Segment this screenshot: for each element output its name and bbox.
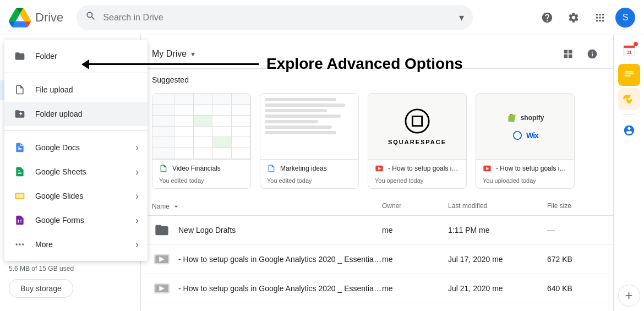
table-row[interactable]: - How to setup goals in Google Analytics… bbox=[141, 274, 613, 303]
table-row[interactable]: - How to setup goals in Google Analytics… bbox=[141, 303, 613, 311]
svg-point-33 bbox=[19, 243, 20, 245]
card-subtext: You edited today bbox=[152, 177, 250, 188]
svg-point-3 bbox=[514, 131, 521, 139]
card-thumbnail: SQUARESPACE bbox=[368, 94, 466, 160]
card-thumbnail bbox=[152, 94, 250, 160]
new-dropdown-menu: Folder File upload Folder upload Google … bbox=[4, 40, 148, 261]
card-item[interactable]: shopify Wix - How to setup goals in Goog… bbox=[476, 93, 575, 189]
image-icon bbox=[152, 308, 172, 311]
more-icon bbox=[13, 238, 26, 251]
dropdown-item-google-slides[interactable]: Google Slides › bbox=[4, 184, 148, 208]
dropdown-item-google-sheets[interactable]: Google Sheets › bbox=[4, 160, 148, 184]
logo-text: Drive bbox=[35, 10, 63, 25]
folder-upload-icon bbox=[13, 107, 26, 121]
forms-icon bbox=[13, 214, 26, 227]
card-name: - How to setup goals in Google... bbox=[496, 165, 567, 172]
annotation-arrow: Explore Advanced Options bbox=[83, 55, 463, 73]
card-thumbnail: shopify Wix bbox=[476, 94, 574, 160]
chevron-right-icon: › bbox=[135, 215, 139, 226]
card-name: - How to setup goals in Google... bbox=[388, 165, 460, 172]
file-name: New Logo Drafts bbox=[178, 226, 382, 234]
file-size: 672 KB bbox=[547, 255, 602, 264]
add-panel-button[interactable]: + bbox=[618, 285, 640, 307]
search-icon bbox=[85, 10, 96, 24]
card-item[interactable]: SQUARESPACE - How to setup goals in Goog… bbox=[368, 93, 467, 189]
logo: Drive bbox=[9, 7, 63, 29]
dropdown-item-more[interactable]: More › bbox=[4, 232, 148, 257]
card-thumbnail bbox=[260, 94, 358, 160]
folder-icon bbox=[13, 50, 26, 63]
dropdown-item-file-upload[interactable]: File upload bbox=[4, 78, 148, 102]
right-panel: 31 + bbox=[613, 35, 644, 311]
svg-rect-27 bbox=[16, 194, 23, 198]
file-name: - How to setup goals in Google Analytics… bbox=[178, 255, 382, 264]
card-name: Video Financials bbox=[172, 165, 244, 172]
buy-storage-button[interactable]: Buy storage bbox=[9, 279, 73, 298]
file-owner: me bbox=[382, 284, 448, 293]
dropdown-item-label: Google Docs bbox=[35, 143, 135, 152]
card-subtext: You opened today bbox=[368, 177, 466, 188]
svg-point-29 bbox=[18, 221, 19, 223]
column-owner-header: Owner bbox=[382, 202, 448, 211]
dropdown-item-google-docs[interactable]: Google Docs › bbox=[4, 135, 148, 160]
chevron-right-icon: › bbox=[135, 190, 139, 202]
card-item[interactable]: Marketing ideas You edited today bbox=[260, 93, 359, 189]
column-modified-header: Last modified bbox=[448, 202, 547, 211]
svg-point-0 bbox=[406, 109, 429, 132]
file-size: 640 KB bbox=[547, 284, 602, 293]
svg-point-32 bbox=[16, 243, 18, 245]
cards-row: Video Financials You edited today bbox=[141, 89, 613, 198]
calendar-panel-icon[interactable]: 31 bbox=[618, 40, 640, 62]
file-upload-icon bbox=[13, 83, 26, 96]
dropdown-item-label: File upload bbox=[35, 85, 139, 94]
keep-panel-icon[interactable] bbox=[618, 88, 640, 110]
avatar[interactable]: S bbox=[615, 8, 635, 28]
main-content: My Drive ▾ Suggested bbox=[141, 35, 613, 311]
add-icon[interactable]: + bbox=[618, 285, 640, 307]
file-size: — bbox=[547, 226, 602, 234]
table-header: Name Owner Last modified File size bbox=[141, 198, 613, 216]
file-modified: Jul 21, 2020 me bbox=[448, 284, 547, 293]
apps-icon[interactable] bbox=[589, 7, 611, 29]
dropdown-item-label: Google Forms bbox=[35, 216, 135, 225]
search-bar[interactable]: ▾ bbox=[77, 5, 473, 30]
file-owner: me bbox=[382, 226, 448, 234]
tasks-panel-icon[interactable] bbox=[618, 64, 640, 86]
settings-icon[interactable] bbox=[563, 7, 585, 29]
chevron-right-icon: › bbox=[135, 166, 139, 178]
card-info: - How to setup goals in Google... bbox=[368, 160, 466, 177]
folder-icon bbox=[152, 220, 172, 240]
card-subtext: You uploaded today bbox=[476, 177, 574, 188]
card-info: Video Financials bbox=[152, 160, 250, 177]
search-input[interactable] bbox=[103, 13, 455, 23]
annotation-text: Explore Advanced Options bbox=[266, 55, 463, 73]
dropdown-item-label: Folder upload bbox=[35, 110, 139, 118]
card-info: Marketing ideas bbox=[260, 160, 358, 177]
help-icon[interactable] bbox=[536, 7, 558, 29]
dropdown-item-google-forms[interactable]: Google Forms › bbox=[4, 208, 148, 232]
svg-point-28 bbox=[18, 220, 19, 221]
chevron-right-icon: › bbox=[135, 142, 139, 154]
notification-badge bbox=[634, 42, 638, 46]
file-modified: 1:11 PM me bbox=[448, 226, 547, 234]
video-icon bbox=[152, 279, 172, 298]
dropdown-item-label: Google Slides bbox=[35, 192, 135, 200]
card-subtext: You edited today bbox=[260, 177, 358, 188]
dropdown-divider bbox=[4, 73, 148, 73]
info-icon[interactable] bbox=[582, 44, 602, 64]
header: Drive ▾ S bbox=[0, 0, 644, 35]
dropdown-item-folder-upload[interactable]: Folder upload bbox=[4, 102, 148, 126]
card-item[interactable]: Video Financials You edited today bbox=[152, 93, 251, 189]
docs-icon bbox=[13, 141, 26, 154]
table-row[interactable]: - How to setup goals in Google Analytics… bbox=[141, 245, 613, 274]
contacts-panel-icon[interactable] bbox=[618, 119, 640, 141]
column-size-header: File size bbox=[547, 202, 602, 211]
dropdown-item-label: Google Sheets bbox=[35, 167, 135, 176]
column-name-header[interactable]: Name bbox=[152, 202, 382, 211]
table-row[interactable]: New Logo Drafts me 1:11 PM me — bbox=[141, 216, 613, 245]
file-owner: me bbox=[382, 255, 448, 264]
search-dropdown-icon[interactable]: ▾ bbox=[459, 12, 464, 24]
grid-view-icon[interactable] bbox=[558, 44, 578, 64]
svg-point-34 bbox=[22, 243, 24, 245]
card-name: Marketing ideas bbox=[280, 165, 352, 172]
